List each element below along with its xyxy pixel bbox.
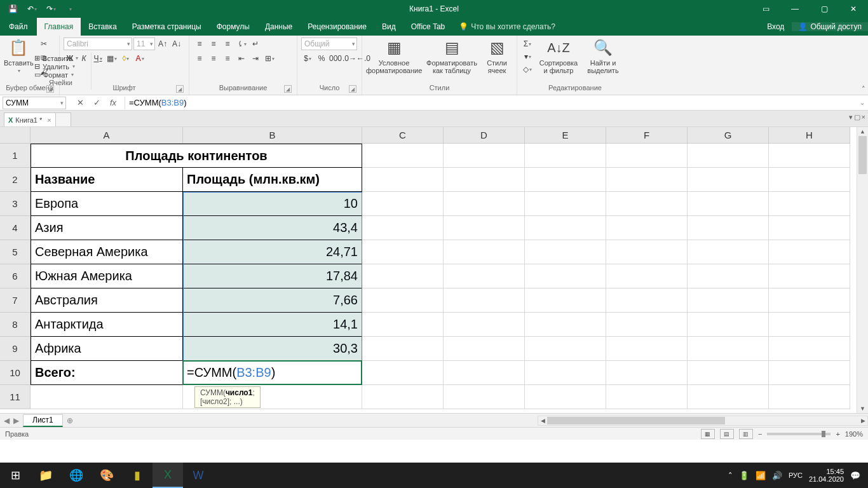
scroll-thumb[interactable] bbox=[858, 136, 867, 174]
cell[interactable] bbox=[606, 240, 688, 264]
tab-home[interactable]: Главная bbox=[37, 18, 81, 36]
zoom-in-icon[interactable]: + bbox=[836, 430, 839, 438]
cell[interactable] bbox=[769, 361, 850, 385]
fill-color-icon[interactable]: ◊▾ bbox=[119, 52, 132, 65]
cell[interactable] bbox=[769, 144, 850, 168]
cell[interactable] bbox=[769, 240, 850, 264]
cell[interactable]: Европа bbox=[31, 192, 183, 216]
align-top-icon[interactable]: ≡ bbox=[193, 37, 206, 50]
cell[interactable] bbox=[362, 385, 444, 409]
cell[interactable] bbox=[688, 313, 769, 337]
cell[interactable] bbox=[444, 288, 525, 313]
maximize-button[interactable]: ▢ bbox=[810, 0, 839, 18]
cell[interactable] bbox=[606, 313, 688, 337]
cell[interactable] bbox=[525, 168, 606, 192]
cell[interactable] bbox=[688, 168, 769, 192]
cell[interactable] bbox=[525, 288, 606, 313]
cell[interactable] bbox=[769, 337, 850, 361]
signin-link[interactable]: Вход bbox=[759, 18, 792, 36]
expand-formula-bar-icon[interactable]: ⌄ bbox=[857, 99, 868, 106]
cell[interactable] bbox=[688, 385, 769, 409]
cell[interactable]: =СУММ(B3:B9) bbox=[183, 361, 362, 385]
cell[interactable] bbox=[606, 288, 688, 313]
cells-insert-button[interactable]: ⊞Вставить▾ bbox=[34, 54, 78, 62]
cell[interactable] bbox=[525, 144, 606, 168]
cell[interactable] bbox=[688, 288, 769, 313]
tab-data[interactable]: Данные bbox=[257, 18, 300, 36]
undo-icon[interactable]: ↶▾ bbox=[23, 0, 41, 18]
align-center-icon[interactable]: ≡ bbox=[207, 52, 220, 65]
cell[interactable] bbox=[31, 385, 183, 409]
sort-filter-button[interactable]: A↓Z Сортировка и фильтр bbox=[538, 37, 580, 74]
workbook-tab[interactable]: X Книга1 * × bbox=[4, 112, 56, 126]
cell[interactable]: 7,66 bbox=[183, 288, 362, 313]
conditional-format-button[interactable]: ▦ Условное форматирование bbox=[366, 37, 422, 74]
cell[interactable]: 43,4 bbox=[183, 216, 362, 240]
cell[interactable] bbox=[444, 264, 525, 288]
percent-icon[interactable]: % bbox=[315, 52, 328, 65]
column-header[interactable]: E bbox=[525, 127, 606, 144]
paste-button[interactable]: 📋 Вставить ▾ bbox=[4, 37, 34, 74]
scroll-up-icon[interactable]: ▲ bbox=[857, 127, 868, 136]
insert-function-icon[interactable]: fx bbox=[105, 97, 121, 109]
scroll-left-icon[interactable]: ◀ bbox=[538, 416, 547, 425]
cell[interactable]: Название bbox=[31, 168, 183, 192]
cell[interactable] bbox=[525, 313, 606, 337]
align-bottom-icon[interactable]: ≡ bbox=[221, 37, 234, 50]
cell[interactable] bbox=[769, 192, 850, 216]
sheet-nav-next-icon[interactable]: ▶ bbox=[13, 416, 19, 425]
format-as-table-button[interactable]: ▤ Форматировать как таблицу bbox=[426, 37, 478, 74]
row-header[interactable]: 9 bbox=[0, 337, 31, 361]
column-header[interactable]: G bbox=[688, 127, 769, 144]
new-workbook-tab[interactable] bbox=[56, 112, 71, 126]
cell[interactable]: Антарктида bbox=[31, 313, 183, 337]
tell-me-search[interactable]: 💡 Что вы хотите сделать? bbox=[452, 22, 562, 31]
task-excel-icon[interactable]: X bbox=[153, 463, 183, 488]
tab-page-layout[interactable]: Разметка страницы bbox=[125, 18, 209, 36]
row-header[interactable]: 5 bbox=[0, 240, 31, 264]
font-name-combo[interactable]: Calibri bbox=[64, 37, 132, 50]
cell[interactable] bbox=[688, 337, 769, 361]
tray-volume-icon[interactable]: 🔊 bbox=[772, 471, 782, 480]
wrap-text-icon[interactable]: ↵ bbox=[249, 37, 262, 50]
cell[interactable]: Африка bbox=[31, 337, 183, 361]
close-tab-icon[interactable]: × bbox=[44, 116, 51, 124]
cell[interactable] bbox=[769, 168, 850, 192]
hscroll-thumb[interactable] bbox=[547, 417, 725, 424]
increase-font-icon[interactable]: A↑ bbox=[156, 37, 169, 50]
row-header[interactable]: 3 bbox=[0, 192, 31, 216]
share-button[interactable]: 👤 Общий доступ bbox=[792, 22, 868, 31]
cell[interactable] bbox=[606, 192, 688, 216]
spreadsheet-grid[interactable]: ABCDEFGH 1234567891011 Площадь континент… bbox=[0, 127, 868, 413]
cell[interactable]: 24,71 bbox=[183, 240, 362, 264]
tray-language[interactable]: РУС bbox=[789, 471, 803, 479]
font-size-combo[interactable]: 11 bbox=[133, 37, 155, 50]
align-right-icon[interactable]: ≡ bbox=[221, 52, 234, 65]
redo-icon[interactable]: ↷▾ bbox=[42, 0, 60, 18]
cell[interactable] bbox=[769, 313, 850, 337]
task-paint-icon[interactable]: 🎨 bbox=[92, 463, 122, 488]
tray-notifications-icon[interactable]: 💬 bbox=[850, 471, 860, 480]
number-format-combo[interactable]: Общий bbox=[301, 37, 357, 50]
scroll-right-icon[interactable]: ▶ bbox=[858, 416, 867, 425]
save-icon[interactable]: 💾 bbox=[4, 0, 22, 18]
cell[interactable] bbox=[362, 216, 444, 240]
task-explorer-icon[interactable]: 📁 bbox=[31, 463, 61, 488]
ribbon-options-icon[interactable]: ▭ bbox=[751, 0, 780, 18]
cell[interactable] bbox=[525, 264, 606, 288]
tab-view[interactable]: Вид bbox=[374, 18, 403, 36]
row-header[interactable]: 6 bbox=[0, 264, 31, 288]
cell[interactable] bbox=[769, 288, 850, 313]
clear-icon[interactable]: ◇▾ bbox=[521, 63, 534, 76]
cell[interactable] bbox=[688, 361, 769, 385]
cut-icon[interactable]: ✂ bbox=[37, 37, 50, 50]
cell[interactable] bbox=[362, 240, 444, 264]
cancel-formula-icon[interactable]: ✕ bbox=[72, 97, 88, 109]
tab-office-tab[interactable]: Office Tab bbox=[403, 18, 453, 36]
cell[interactable] bbox=[444, 192, 525, 216]
cell[interactable] bbox=[362, 168, 444, 192]
increase-decimal-icon[interactable]: .0→ bbox=[343, 52, 356, 65]
close-button[interactable]: ✕ bbox=[839, 0, 868, 18]
merge-icon[interactable]: ⊞▾ bbox=[263, 52, 276, 65]
formula-input[interactable]: =СУММ(B3:B9) bbox=[125, 97, 857, 109]
